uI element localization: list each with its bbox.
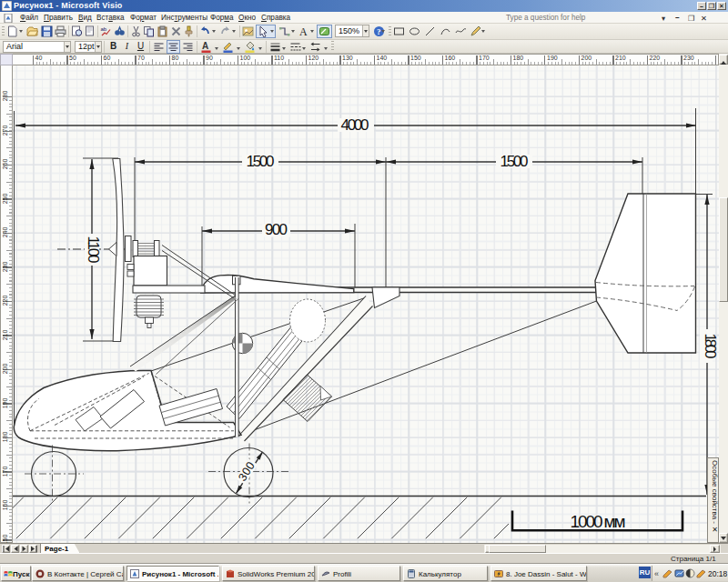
svg-text:ab: ab [101,26,107,32]
svg-text:A: A [202,41,208,51]
svg-text:1500: 1500 [500,153,529,170]
svg-text:1800: 1800 [702,334,719,359]
svg-text:4000: 4000 [341,116,369,134]
svg-text:A: A [299,25,308,37]
svg-text:?: ? [377,27,381,36]
svg-text:900: 900 [265,221,288,238]
svg-text:1100: 1100 [85,236,102,264]
svg-text:1000 мм: 1000 мм [571,512,626,531]
svg-text:1500: 1500 [247,153,275,170]
